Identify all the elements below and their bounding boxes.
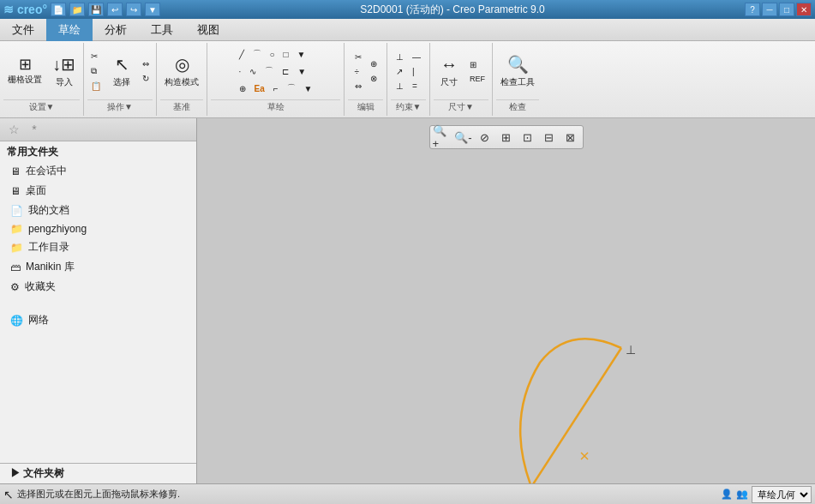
- toolbar-more[interactable]: ▼: [145, 3, 160, 16]
- circle-btn[interactable]: ○: [267, 46, 279, 62]
- perp-icon: ⊥: [396, 52, 404, 62]
- menu-sketch[interactable]: 草绘: [46, 19, 93, 41]
- group-constraints-content: ⊥ ↗ ⊥ — | =: [391, 45, 426, 98]
- more2-btn[interactable]: ▼: [294, 63, 309, 79]
- copy-btn[interactable]: ⧉: [87, 64, 105, 78]
- chamfer-btn[interactable]: ⌒: [284, 81, 299, 96]
- sketch-row1: ╱ ⌒ ○ □ ▼: [236, 46, 316, 62]
- rect-btn[interactable]: □: [280, 46, 292, 62]
- folder-workdir[interactable]: 📁 工作目录: [0, 237, 196, 257]
- select-btn[interactable]: ↖ 选择: [106, 51, 137, 91]
- left-panel-header: ☆ *: [0, 118, 196, 141]
- grid-settings-btn[interactable]: ⊞ 栅格设置: [3, 54, 46, 88]
- folder-manikin[interactable]: 🗃 Manikin 库: [0, 257, 196, 277]
- point-btn[interactable]: ·: [236, 63, 245, 79]
- folder-documents[interactable]: 📄 我的文档: [0, 201, 196, 220]
- datum-group-label[interactable]: 基准: [160, 99, 203, 114]
- line-btn[interactable]: ╱: [236, 46, 248, 62]
- menu-analysis[interactable]: 分析: [93, 19, 139, 41]
- redo-btn[interactable]: ↪: [126, 3, 141, 16]
- menu-tools[interactable]: 工具: [139, 19, 185, 41]
- tangent-btn[interactable]: ↗: [393, 65, 407, 78]
- folder-network[interactable]: 🌐 网络: [0, 310, 196, 330]
- star-icon[interactable]: ☆: [5, 122, 22, 137]
- workdir-icon: 📁: [10, 242, 23, 254]
- group-dimension-content: ↔ 尺寸 ⊞ REF: [434, 45, 488, 98]
- favorites-label: 收藏夹: [25, 279, 56, 294]
- folder-pengzhiyong[interactable]: 📁 pengzhiyong: [0, 220, 196, 237]
- intersect-btn[interactable]: ⊕: [367, 57, 381, 70]
- help-btn[interactable]: ?: [745, 3, 760, 16]
- conic-icon: ⌒: [265, 65, 273, 77]
- grid-icon: ⊞: [19, 57, 32, 72]
- dimension-btn[interactable]: ↔ 尺寸: [434, 52, 464, 91]
- ribbon-group-select: ✂ ⧉ 📋 ↖ 选择 ⇔ ↻: [84, 43, 157, 116]
- menu-view[interactable]: 视图: [185, 19, 231, 41]
- grid-label: 栅格设置: [8, 74, 42, 86]
- inspect-group-label[interactable]: 检查: [496, 99, 539, 114]
- construct-mode-btn[interactable]: ◎ 构造模式: [160, 51, 203, 91]
- folder-session[interactable]: 🖥 在会话中: [0, 161, 196, 181]
- sketch-col1: ╱ ⌒ ○ □ ▼ · ∿ ⌒ ⊏ ▼ ⊕ Ea ⌐ ⌒: [236, 46, 316, 96]
- import-btn[interactable]: ↓⊞ 导入: [48, 51, 80, 91]
- common-folders-title: 常用文件夹: [0, 141, 196, 161]
- baseline-btn[interactable]: REF: [466, 73, 488, 85]
- text-btn[interactable]: Ea: [251, 81, 268, 96]
- spline-btn[interactable]: ∿: [246, 63, 260, 79]
- offset-btn[interactable]: ⊏: [279, 63, 292, 79]
- mode-select[interactable]: 草绘几何: [752, 486, 812, 503]
- project-btn[interactable]: ⊗: [367, 72, 381, 85]
- vert-icon: |: [412, 67, 415, 76]
- folder-desktop[interactable]: 🖥 桌面: [0, 181, 196, 201]
- copy-icon: ⧉: [91, 66, 97, 76]
- operations-group-label[interactable]: 操作▼: [87, 99, 153, 114]
- perpendicular-btn[interactable]: ⊥: [393, 51, 407, 63]
- more1-btn[interactable]: ▼: [294, 46, 309, 62]
- arc-icon: ⌒: [253, 48, 261, 60]
- min-btn[interactable]: ─: [762, 3, 777, 16]
- coord-btn[interactable]: ⊕: [236, 81, 249, 96]
- menubar: 文件 草绘 分析 工具 视图: [0, 19, 815, 41]
- vertical-btn[interactable]: |: [409, 65, 424, 78]
- save-btn[interactable]: 💾: [88, 3, 104, 16]
- menu-file[interactable]: 文件: [0, 19, 46, 41]
- constraints-group-label[interactable]: 约束▼: [391, 99, 426, 114]
- more3-btn[interactable]: ▼: [301, 81, 316, 96]
- trim-btn[interactable]: ✂: [351, 51, 365, 63]
- pin-icon[interactable]: *: [26, 122, 43, 137]
- folder-favorites[interactable]: ⚙ 收藏夹: [0, 277, 196, 297]
- titlebar-controls: ? ─ □ ✕: [745, 3, 812, 16]
- equal-btn[interactable]: =: [409, 80, 424, 93]
- folder-tree-toggle[interactable]: ▶ 文件夹树: [0, 463, 196, 483]
- construct-label: 构造模式: [165, 76, 199, 88]
- divide-btn[interactable]: ÷: [351, 65, 365, 78]
- new-btn[interactable]: 📄: [51, 3, 66, 16]
- dimension-icon: ↔: [440, 55, 458, 75]
- paste-btn[interactable]: 📋: [87, 80, 105, 93]
- edit-col1: ✂ ÷ ⇔: [351, 51, 365, 93]
- edit-group-label[interactable]: 编辑: [348, 99, 383, 114]
- coincident-btn[interactable]: ⊥: [393, 80, 407, 93]
- conic-btn[interactable]: ⌒: [261, 63, 277, 79]
- close-btn[interactable]: ✕: [796, 3, 812, 16]
- undo-btn[interactable]: ↩: [107, 3, 123, 16]
- open-btn[interactable]: 📁: [69, 3, 85, 16]
- dimension-group-label[interactable]: 尺寸▼: [434, 99, 488, 114]
- ref-dim-btn[interactable]: ⊞: [466, 58, 488, 71]
- arc-btn[interactable]: ⌒: [249, 46, 265, 62]
- paste-icon: 📋: [91, 81, 101, 91]
- max-btn[interactable]: □: [779, 3, 794, 16]
- horizontal-btn[interactable]: —: [409, 51, 424, 63]
- group-edit-content: ✂ ÷ ⇔ ⊕ ⊗: [348, 45, 383, 98]
- mirror2-btn[interactable]: ⇔: [351, 80, 365, 93]
- sketch-group-label[interactable]: 草绘: [211, 99, 340, 114]
- fillet-btn[interactable]: ⌐: [270, 81, 282, 96]
- inspect-tool-btn[interactable]: 🔍 检查工具: [496, 51, 539, 91]
- group-construct-content: ◎ 构造模式: [160, 45, 203, 98]
- rotate-btn[interactable]: ↻: [139, 72, 153, 85]
- status-cursor-icon: ↖: [3, 488, 14, 501]
- construct-icon: ◎: [175, 54, 189, 75]
- cut-btn[interactable]: ✂: [87, 50, 105, 63]
- mirror-btn[interactable]: ⇔: [139, 57, 153, 70]
- settings-group-label[interactable]: 设置▼: [3, 99, 80, 114]
